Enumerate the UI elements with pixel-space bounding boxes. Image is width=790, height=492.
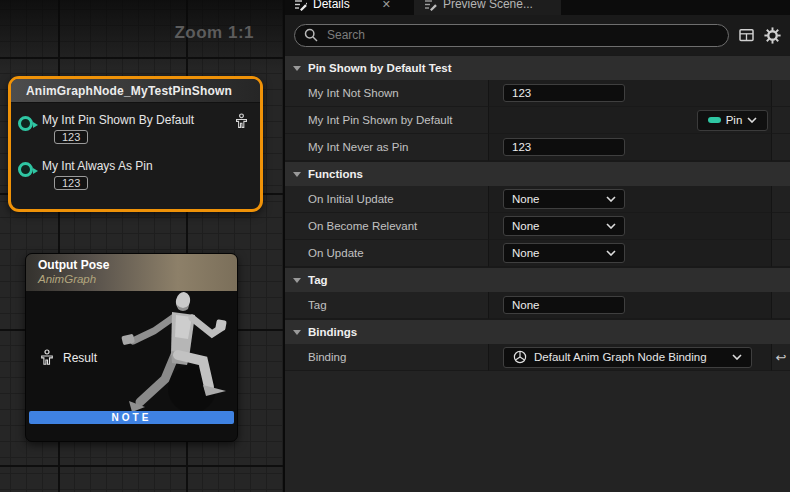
reset-column (771, 134, 790, 161)
tab-bar: Details ✕ Preview Scene... (285, 0, 790, 15)
property-row: Binding Default Anim Graph Node Binding (285, 344, 790, 371)
pin-icon (708, 117, 721, 123)
search-input[interactable] (325, 27, 719, 43)
gear-icon (764, 27, 781, 44)
reset-column (771, 80, 790, 107)
input-pin-icon[interactable] (18, 162, 33, 177)
close-icon[interactable]: ✕ (382, 0, 391, 11)
tab-label: Preview Scene... (443, 0, 533, 11)
property-label: On Become Relevant (285, 213, 489, 240)
dropdown-value: None (512, 220, 540, 232)
binding-icon (513, 350, 527, 364)
pin-value-box[interactable]: 123 (54, 130, 88, 144)
section-header-tag[interactable]: Tag (285, 267, 790, 292)
pin-label: My Int Pin Shown By Default (42, 113, 260, 127)
graph-canvas[interactable]: Zoom 1:1 AnimGraphNode_MyTestPinShown My… (0, 0, 283, 492)
property-row: On Update None (285, 240, 790, 267)
search-row (285, 15, 790, 55)
property-label: My Int Never as Pin (285, 134, 489, 161)
function-dropdown[interactable]: None (503, 189, 625, 209)
pin-visibility-dropdown[interactable]: Pin (697, 110, 768, 131)
input-pin-icon[interactable] (18, 116, 33, 131)
reset-column (771, 186, 790, 213)
section-title: Pin Shown by Default Test (308, 62, 452, 74)
chevron-down-icon (606, 223, 616, 229)
node-subtitle: AnimGraph (38, 273, 237, 285)
preview-tab-icon (424, 0, 437, 11)
search-icon (304, 28, 318, 42)
property-value-cell: None (489, 240, 771, 267)
property-label: On Update (285, 240, 489, 267)
section-header-bindings[interactable]: Bindings (285, 319, 790, 344)
property-label: Binding (285, 344, 489, 371)
output-pose-node[interactable]: Output Pose AnimGraph (25, 253, 238, 442)
reset-column (771, 213, 790, 240)
property-value-cell (489, 134, 771, 161)
search-box[interactable] (294, 24, 729, 47)
chevron-down-icon (293, 66, 301, 71)
pin-value-box[interactable]: 123 (54, 176, 88, 190)
person-icon (234, 113, 249, 133)
chevron-down-icon (606, 196, 616, 202)
property-row: My Int Pin Shown by Default Pin (285, 107, 790, 134)
settings-button[interactable] (764, 27, 781, 44)
note-label: NOTE (112, 412, 152, 423)
table-icon (738, 27, 755, 43)
pin-label: My Int Always As Pin (42, 159, 260, 173)
tab-label: Details (313, 0, 350, 11)
note-banner[interactable]: NOTE (29, 411, 234, 424)
dropdown-value: None (512, 193, 540, 205)
result-pin-label: Result (63, 351, 97, 365)
binding-dropdown[interactable]: Default Anim Graph Node Binding (503, 347, 752, 368)
reset-to-default-icon[interactable]: ↩ (776, 351, 787, 364)
int-value-input[interactable] (503, 84, 625, 102)
details-tab-icon (294, 0, 307, 11)
tab-preview-scene[interactable]: Preview Scene... (414, 0, 561, 15)
dropdown-value: Pin (726, 114, 743, 126)
chevron-down-icon (606, 250, 616, 256)
property-value-cell (489, 80, 771, 107)
property-value-cell: None (489, 213, 771, 240)
function-dropdown[interactable]: None (503, 216, 625, 236)
anim-graph-node[interactable]: AnimGraphNode_MyTestPinShown My Int Pin … (8, 76, 263, 212)
zoom-level-label: Zoom 1:1 (174, 23, 254, 43)
int-value-input[interactable] (503, 138, 625, 156)
reset-column: ↩ (771, 344, 790, 371)
section-title: Bindings (308, 326, 357, 338)
chevron-down-icon (293, 278, 301, 283)
property-row: On Initial Update None (285, 186, 790, 213)
result-pin[interactable]: Result (39, 349, 97, 366)
section-header-pin-shown[interactable]: Pin Shown by Default Test (285, 55, 790, 80)
property-label: My Int Pin Shown by Default (285, 107, 489, 134)
chevron-down-icon (293, 172, 301, 177)
property-label: On Initial Update (285, 186, 489, 213)
function-dropdown[interactable]: None (503, 243, 625, 263)
anim-blueprint-editor: Zoom 1:1 AnimGraphNode_MyTestPinShown My… (0, 0, 790, 492)
node-title: Output Pose (38, 258, 237, 272)
node-header[interactable]: Output Pose AnimGraph (26, 254, 237, 291)
node-header[interactable]: AnimGraphNode_MyTestPinShown (11, 79, 260, 103)
display-filter-button[interactable] (738, 27, 755, 43)
property-label: Tag (285, 292, 489, 319)
property-value-cell: Pin (489, 107, 771, 134)
details-panel: Details ✕ Preview Scene... (285, 0, 790, 492)
node-title: AnimGraphNode_MyTestPinShown (26, 84, 232, 98)
node-body: Result NOTE (26, 291, 237, 427)
section-title: Tag (308, 274, 328, 286)
property-row: My Int Never as Pin (285, 134, 790, 161)
node-pin-row: My Int Always As Pin 123 (11, 159, 260, 191)
chevron-down-icon (293, 330, 301, 335)
reset-column (771, 240, 790, 267)
property-row: My Int Not Shown (285, 80, 790, 107)
chevron-down-icon (732, 354, 742, 360)
property-value-cell: None (489, 186, 771, 213)
section-header-functions[interactable]: Functions (285, 161, 790, 186)
reset-column (771, 292, 790, 319)
property-label: My Int Not Shown (285, 80, 489, 107)
reset-column (771, 107, 790, 134)
chevron-down-icon (747, 117, 757, 123)
property-row: On Become Relevant None (285, 213, 790, 240)
tab-details[interactable]: Details ✕ (285, 0, 400, 15)
property-value-cell: Default Anim Graph Node Binding (489, 344, 771, 371)
tag-input[interactable] (503, 296, 625, 314)
